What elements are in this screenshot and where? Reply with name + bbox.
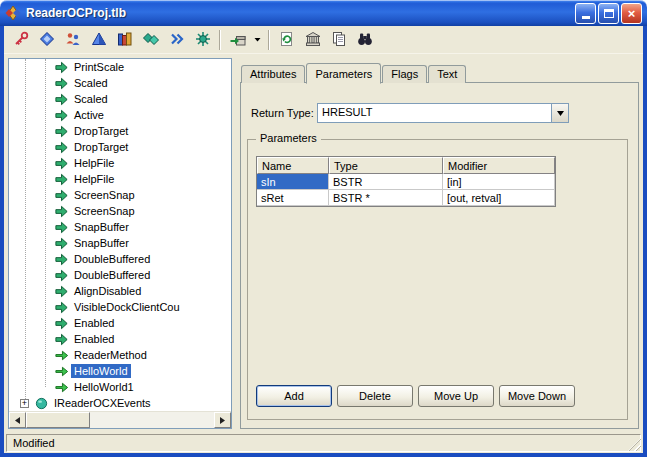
combo-dropdown-button[interactable] bbox=[551, 104, 568, 122]
tree-item[interactable]: HelloWorld1 bbox=[9, 379, 231, 395]
delete-button[interactable]: Delete bbox=[337, 385, 413, 407]
grid-row[interactable]: sInBSTR[in] bbox=[257, 174, 555, 190]
move-up-button[interactable]: Move Up bbox=[418, 385, 494, 407]
maximize-button[interactable] bbox=[598, 3, 619, 24]
title-bar[interactable]: ReaderOCProj.tlb × bbox=[0, 0, 647, 26]
close-button[interactable]: × bbox=[621, 3, 642, 24]
toolbar-button-people[interactable] bbox=[60, 28, 85, 52]
dropdown-arrow-icon bbox=[254, 31, 261, 50]
grid-header-cell[interactable]: Modifier bbox=[443, 157, 555, 174]
grid-body: sInBSTR[in]sRetBSTR *[out, retval] bbox=[257, 174, 555, 206]
tree-item-label: HelloWorld bbox=[71, 364, 131, 378]
toolbar-button-books[interactable] bbox=[112, 28, 137, 52]
grid-row[interactable]: sRetBSTR *[out, retval] bbox=[257, 190, 555, 206]
refresh-icon bbox=[279, 31, 295, 50]
tree-item-label: SnapBuffer bbox=[71, 236, 132, 250]
tree-item[interactable]: PrintScale bbox=[9, 59, 231, 75]
binoculars-icon bbox=[357, 31, 373, 50]
chevron-down-icon bbox=[557, 111, 564, 116]
app-icon bbox=[5, 5, 21, 21]
tree-item[interactable]: +IReaderOCXEvents bbox=[9, 395, 231, 411]
expand-plus-icon[interactable]: + bbox=[20, 399, 29, 408]
grid-cell[interactable]: sIn bbox=[257, 174, 329, 190]
tab-attributes[interactable]: Attributes bbox=[241, 65, 305, 83]
grid-header-cell[interactable]: Type bbox=[329, 157, 443, 174]
tab-flags[interactable]: Flags bbox=[382, 65, 427, 83]
tree-item-label: HelpFile bbox=[71, 172, 117, 186]
tree-item[interactable]: DoubleBuffered bbox=[9, 251, 231, 267]
grid-header-row: NameTypeModifier bbox=[257, 157, 555, 174]
tree-item-label: ScreenSnap bbox=[71, 204, 138, 218]
tree-item-label: Scaled bbox=[71, 76, 111, 90]
tree-item[interactable]: Enabled bbox=[9, 331, 231, 347]
move-down-button[interactable]: Move Down bbox=[499, 385, 575, 407]
tab-text[interactable]: Text bbox=[428, 65, 466, 83]
method-icon bbox=[53, 347, 69, 363]
app-window: ReaderOCProj.tlb × PrintScaleScaledScale… bbox=[0, 0, 647, 457]
people-icon bbox=[65, 31, 81, 50]
tree-item[interactable]: Active bbox=[9, 107, 231, 123]
tree-item[interactable]: ScreenSnap bbox=[9, 187, 231, 203]
key-icon bbox=[13, 31, 29, 50]
toolbar-button-pyramid[interactable] bbox=[86, 28, 111, 52]
grid-header-cell[interactable]: Name bbox=[257, 157, 329, 174]
grid-cell[interactable]: [in] bbox=[443, 174, 555, 190]
tree-item[interactable]: DropTarget bbox=[9, 123, 231, 139]
tab-page-parameters: Return Type: HRESULT Parameters bbox=[240, 82, 639, 429]
tree-item[interactable]: SnapBuffer bbox=[9, 235, 231, 251]
tree-horizontal-scrollbar[interactable] bbox=[9, 411, 231, 428]
tree-item[interactable]: Enabled bbox=[9, 315, 231, 331]
toolbar-button-export-box[interactable] bbox=[225, 28, 250, 52]
tree-panel: PrintScaleScaledScaledActiveDropTargetDr… bbox=[8, 58, 232, 429]
tree-item-label: PrintScale bbox=[71, 60, 127, 74]
grid-cell[interactable]: BSTR * bbox=[329, 190, 443, 206]
grid-cell[interactable]: [out, retval] bbox=[443, 190, 555, 206]
pyramid-icon bbox=[91, 31, 107, 50]
toolbar-button-binoculars[interactable] bbox=[352, 28, 377, 52]
tree-items: PrintScaleScaledScaledActiveDropTargetDr… bbox=[9, 59, 231, 411]
tree-item-label: DoubleBuffered bbox=[71, 268, 153, 282]
tree-item[interactable]: DoubleBuffered bbox=[9, 267, 231, 283]
scroll-left-button[interactable] bbox=[9, 412, 26, 428]
tree-item[interactable]: DropTarget bbox=[9, 139, 231, 155]
toolbar-button-chevrons[interactable] bbox=[164, 28, 189, 52]
toolbar-separator bbox=[219, 30, 221, 50]
tree-item[interactable]: HelpFile bbox=[9, 155, 231, 171]
toolbar bbox=[4, 26, 643, 54]
minimize-button[interactable] bbox=[575, 3, 596, 24]
tree-item[interactable]: Scaled bbox=[9, 75, 231, 91]
toolbar-button-building[interactable] bbox=[300, 28, 325, 52]
property-icon bbox=[53, 219, 69, 235]
return-type-combobox[interactable]: HRESULT bbox=[317, 103, 569, 123]
grid-cell[interactable]: BSTR bbox=[329, 174, 443, 190]
diamonds-icon bbox=[143, 31, 159, 50]
tree-item[interactable]: Scaled bbox=[9, 91, 231, 107]
scrollbar-thumb[interactable] bbox=[26, 412, 90, 428]
tree-item[interactable]: ScreenSnap bbox=[9, 203, 231, 219]
scrollbar-track[interactable] bbox=[90, 412, 214, 428]
param-buttons: AddDeleteMove UpMove Down bbox=[256, 385, 575, 407]
export-box-icon bbox=[230, 31, 246, 50]
tree-item[interactable]: VisibleDockClientCou bbox=[9, 299, 231, 315]
property-icon bbox=[53, 107, 69, 123]
add-button[interactable]: Add bbox=[256, 385, 332, 407]
toolbar-button-diamonds[interactable] bbox=[138, 28, 163, 52]
tree-item[interactable]: ReaderMethod bbox=[9, 347, 231, 363]
toolbar-dropdown-button[interactable] bbox=[251, 28, 264, 52]
tab-parameters[interactable]: Parameters bbox=[306, 63, 381, 84]
tree-item-label: Enabled bbox=[71, 316, 117, 330]
interface-diamond-icon bbox=[39, 31, 55, 50]
tree-item[interactable]: HelpFile bbox=[9, 171, 231, 187]
toolbar-button-refresh[interactable] bbox=[274, 28, 299, 52]
toolbar-button-gear[interactable] bbox=[190, 28, 215, 52]
detail-panel: AttributesParametersFlagsText Return Typ… bbox=[240, 62, 639, 429]
tree-item[interactable]: SnapBuffer bbox=[9, 219, 231, 235]
tree-item[interactable]: AlignDisabled bbox=[9, 283, 231, 299]
tree-item[interactable]: HelloWorld bbox=[9, 363, 231, 379]
scroll-right-button[interactable] bbox=[214, 412, 231, 428]
toolbar-button-key[interactable] bbox=[8, 28, 33, 52]
toolbar-button-copy-pages[interactable] bbox=[326, 28, 351, 52]
toolbar-button-interface-diamond[interactable] bbox=[34, 28, 59, 52]
grid-cell[interactable]: sRet bbox=[257, 190, 329, 206]
status-text: Modified bbox=[6, 434, 641, 452]
